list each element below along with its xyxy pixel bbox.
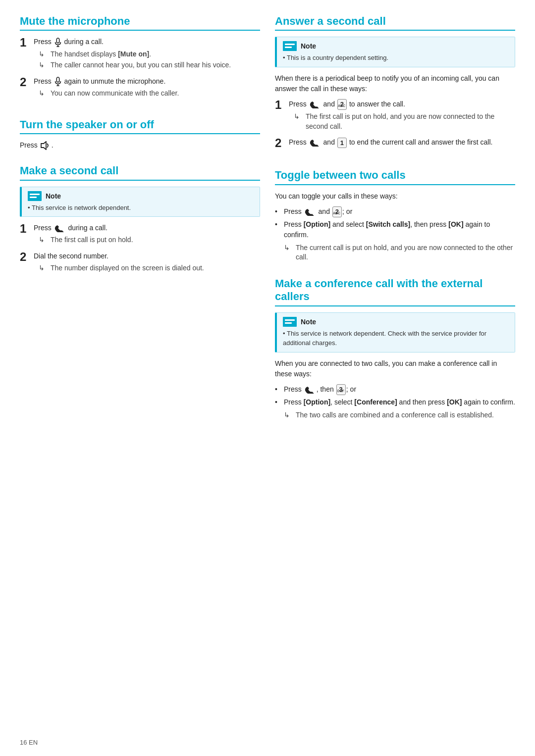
arrow-1-2: ↳ The caller cannot hear you, but you ca… <box>39 60 260 70</box>
second-call-steps: 1 Press during a call. ↳ The first call … <box>20 223 260 274</box>
note-text: • This service is network dependent. <box>28 203 254 213</box>
note-header: Note <box>283 41 509 51</box>
arrow-symbol: ↳ <box>39 89 49 99</box>
section-answer-second: Answer a second call Note • This is a co… <box>275 15 515 155</box>
page-number: 16 EN <box>20 739 38 746</box>
bullet-text: Press [Option], select [Conference] and … <box>284 397 515 407</box>
arrow-text: The caller cannot hear you, but you can … <box>51 60 231 70</box>
conference-bullet-2: • Press [Option], select [Conference] an… <box>275 397 515 407</box>
step-number: 1 <box>20 222 34 236</box>
step-content: Dial the second number. ↳ The number dis… <box>34 251 260 274</box>
arrow-text: The first call is put on hold, and you a… <box>306 112 515 131</box>
hook-icon-c <box>304 385 317 393</box>
speaker-body: Press . <box>20 140 260 151</box>
step-content: Press during a call. ↳ The handset displ… <box>34 37 260 71</box>
bullet-dot: • <box>283 330 287 337</box>
speaker-icon <box>40 141 52 149</box>
arrow-symbol: ↳ <box>294 112 304 122</box>
bullet-dot: • <box>283 54 287 61</box>
arrow-text: The number displayed on the screen is di… <box>51 263 204 273</box>
section-toggle-title: Toggle between two calls <box>275 169 515 185</box>
arrow-2-1: ↳ The number displayed on the screen is … <box>39 263 260 273</box>
note-text: • This service is network dependent. Che… <box>283 329 509 348</box>
note-label: Note <box>301 318 316 326</box>
step-text: Dial the second number. <box>34 251 260 261</box>
section-second-call-title: Make a second call <box>20 164 260 180</box>
bullet-symbol: • <box>275 206 284 217</box>
section-mute: Mute the microphone 1 Press during a cal… <box>20 15 260 104</box>
arrow-symbol: ↳ <box>39 60 49 70</box>
note-header: Note <box>283 317 509 327</box>
step-number: 2 <box>20 250 34 264</box>
bullet-text: Press and 2ABC; or <box>284 206 352 217</box>
answer-intro: When there is a periodical beep to notif… <box>275 73 515 94</box>
toggle-bullet-1: • Press and 2ABC; or <box>275 206 515 217</box>
answer-step-1: 1 Press and 2ABC to answer the call. ↳ T… <box>275 99 515 132</box>
note-label: Note <box>46 192 61 200</box>
step-number: 2 <box>275 136 289 150</box>
step-text: Press and 2ABC to answer the call. <box>289 99 515 110</box>
toggle-intro: You can toggle your calls in these ways: <box>275 191 515 202</box>
arrow-text: You can now communicate with the caller. <box>51 89 179 99</box>
conference-note: Note • This service is network dependent… <box>275 312 515 353</box>
step-text: Press and 1 to end the current call and … <box>289 137 515 148</box>
svg-marker-12 <box>41 142 46 150</box>
svg-rect-6 <box>56 38 59 43</box>
bullet-dot: • <box>28 204 32 211</box>
conference-bullet-1: • Press , then 3DEF; or <box>275 384 515 395</box>
hook-icon <box>309 100 321 108</box>
note-icon <box>283 41 297 51</box>
page-footer: 16 EN <box>20 739 38 746</box>
section-speaker: Turn the speaker on or off Press . <box>20 118 260 151</box>
key-3-def: 3DEF <box>336 384 346 395</box>
bullet-symbol: • <box>275 219 284 230</box>
arrow-text: The two calls are combined and a confere… <box>296 410 494 420</box>
arrow-symbol: ↳ <box>39 263 49 273</box>
step-content: Press again to unmute the microphone. ↳ … <box>34 76 260 100</box>
section-mute-title: Mute the microphone <box>20 15 260 31</box>
section-toggle: Toggle between two calls You can toggle … <box>275 169 515 263</box>
step-number: 1 <box>275 98 289 112</box>
bullet-text: Press , then 3DEF; or <box>284 384 356 395</box>
step-content: Press and 1 to end the current call and … <box>289 137 515 150</box>
answer-steps: 1 Press and 2ABC to answer the call. ↳ T… <box>275 99 515 150</box>
arrow-symbol: ↳ <box>284 243 294 253</box>
mute-icon-2 <box>54 77 62 85</box>
arrow-symbol: ↳ <box>39 50 49 59</box>
mute-icon <box>54 38 62 46</box>
step-text: Press during a call. <box>34 223 260 233</box>
svg-rect-9 <box>56 77 59 82</box>
key-2-toggle: 2ABC <box>332 206 342 217</box>
answer-step-2: 2 Press and 1 to end the current call an… <box>275 137 515 150</box>
section-answer-title: Answer a second call <box>275 15 515 31</box>
note-header: Note <box>28 191 254 201</box>
step-content: Press during a call. ↳ The first call is… <box>34 223 260 246</box>
arrow-text: The handset displays [Mute on]. <box>51 50 151 59</box>
hook-icon-2 <box>309 138 321 146</box>
step-number: 2 <box>20 75 34 89</box>
arrow-text: The first call is put on hold. <box>51 235 133 245</box>
conference-intro: When you are connected to two calls, you… <box>275 358 515 379</box>
note-icon <box>28 191 42 201</box>
arrow-symbol: ↳ <box>284 410 294 420</box>
note-text: • This is a country dependent setting. <box>283 53 509 63</box>
bullet-text: Press [Option] and select [Switch calls]… <box>284 219 515 240</box>
step-text: Press again to unmute the microphone. <box>34 76 260 87</box>
answer-note: Note • This is a country dependent setti… <box>275 37 515 67</box>
toggle-arrow: ↳ The current call is put on hold, and y… <box>284 243 515 262</box>
bullet-symbol: • <box>275 397 284 407</box>
section-conference-title: Make a conference call with the external… <box>275 277 515 306</box>
right-column: Answer a second call Note • This is a co… <box>275 15 515 435</box>
second-call-step-1: 1 Press during a call. ↳ The first call … <box>20 223 260 246</box>
step-number: 1 <box>20 36 34 50</box>
section-speaker-title: Turn the speaker on or off <box>20 118 260 134</box>
step-text: Press during a call. <box>34 37 260 47</box>
key-1: 1 <box>337 138 347 149</box>
section-conference: Make a conference call with the external… <box>275 277 515 421</box>
mute-step-2: 2 Press again to unmute the microphone. … <box>20 76 260 100</box>
section-second-call: Make a second call Note • This service i… <box>20 164 260 279</box>
step-content: Press and 2ABC to answer the call. ↳ The… <box>289 99 515 132</box>
note-icon <box>283 317 297 327</box>
mute-step-1: 1 Press during a call. ↳ The handset dis… <box>20 37 260 71</box>
arrow-1-1: ↳ The first call is put on hold, and you… <box>294 112 515 131</box>
